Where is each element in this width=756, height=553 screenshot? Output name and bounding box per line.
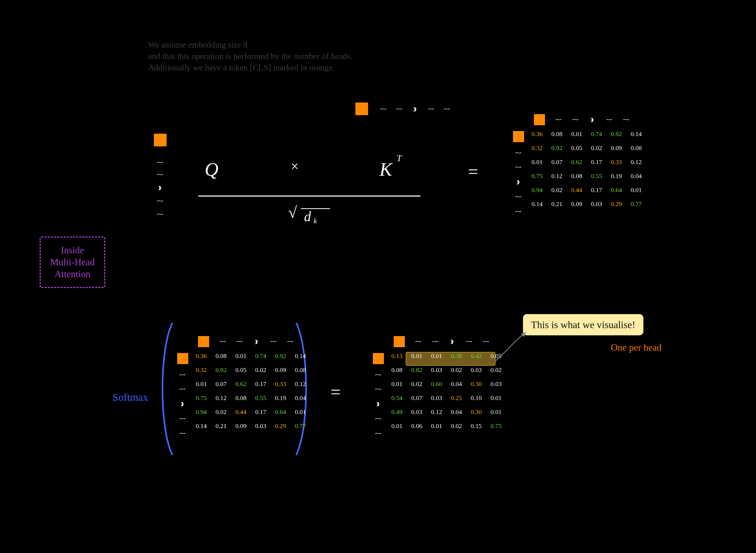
- matrix-cell: 0.17: [588, 159, 605, 166]
- matrix-cell: 0.29: [272, 422, 289, 429]
- assumption-note: We assume embedding size 8 and that this…: [148, 39, 352, 73]
- matrix-cell: 0.12: [428, 408, 445, 416]
- matrix-cell: 0.05: [568, 145, 585, 152]
- matrix-cell: 0.07: [213, 381, 229, 388]
- matrix-cell: 0.92: [213, 367, 229, 374]
- patch-glyph: }: [371, 399, 385, 408]
- patch-glyph: ~: [511, 162, 525, 172]
- matrix-cell: 0.75: [529, 172, 545, 180]
- matrix-cell: 0.36: [529, 131, 545, 138]
- matrix-cell: 0.04: [628, 172, 644, 180]
- cls-token-square-softmax-out-col: [394, 336, 405, 347]
- matrix-row: 0.010.060.010.020.150.75: [389, 422, 504, 429]
- matrix-cell: 0.03: [588, 201, 605, 208]
- matrix-cell: 0.03: [428, 394, 445, 402]
- matrix-cell: 0.09: [608, 145, 625, 152]
- matrix-cell: 0.01: [529, 159, 545, 166]
- matrix-cell: 0.64: [608, 186, 625, 194]
- patch-glyph: ~: [462, 337, 476, 346]
- cls-token-square-softmax-in-col: [198, 336, 209, 347]
- note-line-2: and that this operation is performed by …: [148, 51, 352, 62]
- matrix-row: 0.360.080.010.740.920.14: [193, 352, 308, 360]
- multiply-icon: ×: [291, 159, 298, 174]
- math-sqrt: √: [288, 204, 297, 222]
- matrix-cell: 0.32: [193, 367, 209, 374]
- callout-text: This is what we visualise!: [531, 319, 635, 330]
- matrix-cell: 0.13: [389, 352, 405, 360]
- matrix-cell: 0.94: [193, 408, 209, 416]
- matrix-cell: 0.44: [233, 408, 249, 416]
- matrix-cell: 0.01: [292, 408, 308, 416]
- patch-glyph: }: [511, 177, 525, 186]
- math-K: K: [380, 159, 392, 180]
- mha-line2: Multi-Head: [50, 256, 95, 268]
- matrix-row: 0.140.210.090.030.290.77: [193, 422, 308, 429]
- patch-glyph: }: [445, 337, 459, 346]
- matrix-cell: 0.01: [409, 352, 425, 360]
- matrix-cell: 0.02: [409, 381, 425, 388]
- math-equals-2: =: [331, 382, 341, 402]
- matrix-row: 0.750.120.080.550.190.04: [193, 394, 308, 402]
- matrix-cell: 0.19: [608, 172, 625, 180]
- patch-glyph: ~: [152, 209, 168, 219]
- left-paren-icon: [156, 320, 175, 458]
- matrix-cell: 0.08: [292, 367, 308, 374]
- matrix-cell: 0.02: [448, 367, 465, 374]
- matrix-cell: 0.08: [628, 145, 644, 152]
- patch-glyph: ~: [602, 115, 616, 124]
- patch-glyph: }: [586, 115, 599, 124]
- matrix-cell: 0.92: [549, 145, 565, 152]
- patch-glyph: ~: [391, 103, 407, 114]
- patch-glyph: ~: [371, 370, 385, 379]
- matrix-cell: 0.77: [628, 201, 644, 208]
- matrix-cell: 0.08: [389, 367, 405, 374]
- math-d: d: [304, 209, 311, 224]
- cls-token-square-softmax-out-row: [373, 353, 384, 364]
- matrix-cell: 0.02: [488, 367, 504, 374]
- one-per-head-label: One per head: [611, 342, 662, 353]
- matrix-cell: 0.17: [253, 408, 269, 416]
- matrix-row: 0.750.120.080.550.190.04: [529, 172, 644, 180]
- cls-token-square-softmax-in-row: [177, 353, 188, 364]
- matrix-cell: 0.60: [428, 381, 445, 388]
- patch-glyph: ~: [152, 169, 168, 180]
- matrix-cell: 0.03: [488, 381, 504, 388]
- matrix-cell: 0.01: [389, 422, 405, 429]
- matrix-cell: 0.04: [448, 408, 465, 416]
- matrix-cell: 0.75: [193, 394, 209, 402]
- matrix-cell: 0.62: [233, 381, 249, 388]
- patch-glyph: ~: [216, 337, 229, 346]
- patch-glyph: ~: [552, 115, 565, 124]
- matrix-cell: 0.03: [253, 422, 269, 429]
- patch-glyph: }: [176, 399, 189, 408]
- matrix-row: 0.320.920.050.020.090.08: [193, 367, 308, 374]
- matrix-row: 0.540.070.030.250.100.01: [389, 394, 504, 402]
- matrix-cell: 0.02: [549, 186, 565, 194]
- matrix-cell: 0.12: [549, 172, 565, 180]
- matrix-cell: 0.77: [292, 422, 308, 429]
- matrix-cell: 0.29: [608, 201, 625, 208]
- patch-glyph: }: [250, 337, 263, 346]
- note-line-3: Additionally we have a token [CLS] marke…: [148, 62, 352, 73]
- note-line-1: We assume embedding size 8: [148, 39, 352, 51]
- matrix-cell: 0.14: [628, 131, 644, 138]
- matrix-cell: 0.64: [272, 408, 289, 416]
- patch-glyph: ~: [267, 337, 280, 346]
- matrix-cell: 0.02: [448, 422, 465, 429]
- patch-glyph: ~: [152, 157, 168, 167]
- matrix-cell: 0.01: [389, 381, 405, 388]
- softmax-output-matrix: 0.130.010.010.380.420.050.080.820.030.02…: [389, 352, 504, 437]
- matrix-cell: 0.49: [389, 408, 405, 416]
- matrix-cell: 0.01: [428, 352, 445, 360]
- matrix-cell: 0.12: [213, 394, 229, 402]
- matrix-cell: 0.02: [213, 408, 229, 416]
- math-equals: =: [468, 161, 478, 182]
- matrix-cell: 0.55: [588, 172, 605, 180]
- matrix-cell: 0.36: [193, 352, 209, 360]
- fraction-bar: [198, 195, 420, 196]
- matrix-row: 0.490.030.120.040.300.01: [389, 408, 504, 416]
- patch-glyph: ~: [176, 414, 189, 423]
- matrix-cell: 0.01: [568, 131, 585, 138]
- matrix-cell: 0.92: [608, 131, 625, 138]
- arrow-icon: [494, 329, 532, 363]
